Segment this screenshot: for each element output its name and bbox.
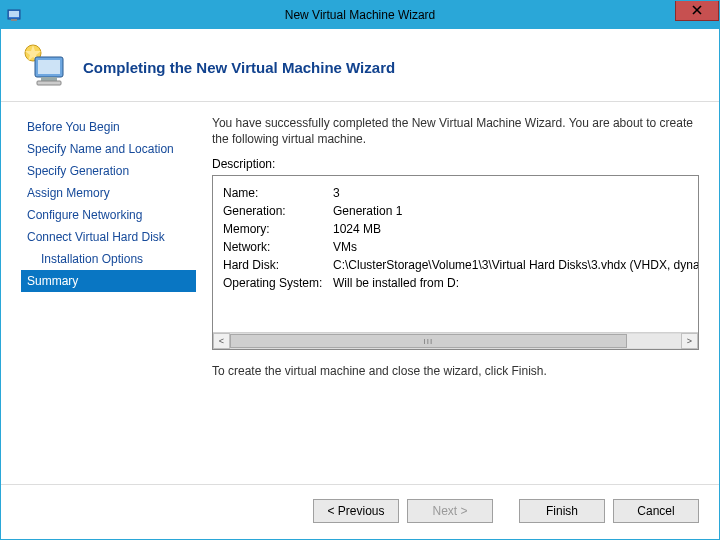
horizontal-scrollbar[interactable]: < III >: [213, 332, 698, 349]
sidebar-item-summary[interactable]: Summary: [21, 270, 196, 292]
sidebar-item-configure-networking[interactable]: Configure Networking: [21, 204, 196, 226]
button-gap: [501, 499, 511, 523]
scroll-grip-icon: III: [424, 337, 434, 346]
wizard-window: New Virtual Machine Wizard Completing th…: [0, 0, 720, 540]
app-icon: [7, 7, 23, 23]
sidebar-item-before-you-begin[interactable]: Before You Begin: [21, 116, 196, 138]
detail-row-generation: Generation: Generation 1: [223, 202, 688, 220]
cancel-button[interactable]: Cancel: [613, 499, 699, 523]
detail-label: Network:: [223, 238, 333, 256]
detail-row-memory: Memory: 1024 MB: [223, 220, 688, 238]
close-button[interactable]: [675, 1, 719, 21]
detail-label: Memory:: [223, 220, 333, 238]
svg-rect-2: [11, 19, 17, 21]
sidebar-item-connect-vhd[interactable]: Connect Virtual Hard Disk: [21, 226, 196, 248]
intro-text: You have successfully completed the New …: [212, 116, 699, 147]
svg-rect-1: [9, 11, 19, 17]
next-button: Next >: [407, 499, 493, 523]
wizard-body: Before You Begin Specify Name and Locati…: [1, 102, 719, 484]
finish-note: To create the virtual machine and close …: [212, 364, 699, 378]
detail-row-os: Operating System: Will be installed from…: [223, 274, 688, 292]
previous-button[interactable]: < Previous: [313, 499, 399, 523]
scroll-right-arrow-icon[interactable]: >: [681, 333, 698, 349]
wizard-main: You have successfully completed the New …: [212, 116, 699, 484]
detail-value: Will be installed from D:: [333, 274, 459, 292]
scroll-thumb[interactable]: III: [230, 334, 627, 348]
svg-rect-9: [41, 77, 57, 81]
window-title: New Virtual Machine Wizard: [1, 8, 719, 22]
scroll-left-arrow-icon[interactable]: <: [213, 333, 230, 349]
sidebar-item-specify-generation[interactable]: Specify Generation: [21, 160, 196, 182]
scroll-track[interactable]: III: [230, 333, 681, 349]
detail-value: Generation 1: [333, 202, 402, 220]
wizard-sidebar: Before You Begin Specify Name and Locati…: [21, 116, 196, 484]
finish-button[interactable]: Finish: [519, 499, 605, 523]
detail-row-network: Network: VMs: [223, 238, 688, 256]
detail-value: 3: [333, 184, 340, 202]
detail-value: 1024 MB: [333, 220, 381, 238]
close-icon: [692, 3, 702, 18]
detail-label: Operating System:: [223, 274, 333, 292]
titlebar: New Virtual Machine Wizard: [1, 1, 719, 29]
svg-rect-8: [38, 60, 60, 74]
sidebar-item-assign-memory[interactable]: Assign Memory: [21, 182, 196, 204]
svg-rect-10: [37, 81, 61, 85]
vm-icon: [21, 43, 69, 91]
detail-value: VMs: [333, 238, 357, 256]
detail-label: Generation:: [223, 202, 333, 220]
wizard-header: Completing the New Virtual Machine Wizar…: [1, 29, 719, 102]
detail-row-name: Name: 3: [223, 184, 688, 202]
detail-row-harddisk: Hard Disk: C:\ClusterStorage\Volume1\3\V…: [223, 256, 688, 274]
detail-label: Name:: [223, 184, 333, 202]
details-box: Name: 3 Generation: Generation 1 Memory:…: [212, 175, 699, 350]
wizard-footer: < Previous Next > Finish Cancel: [1, 484, 719, 539]
sidebar-item-specify-name[interactable]: Specify Name and Location: [21, 138, 196, 160]
detail-label: Hard Disk:: [223, 256, 333, 274]
details-content: Name: 3 Generation: Generation 1 Memory:…: [213, 176, 698, 332]
description-label: Description:: [212, 157, 699, 171]
page-heading: Completing the New Virtual Machine Wizar…: [83, 59, 395, 76]
sidebar-item-installation-options[interactable]: Installation Options: [21, 248, 196, 270]
detail-value: C:\ClusterStorage\Volume1\3\Virtual Hard…: [333, 256, 698, 274]
